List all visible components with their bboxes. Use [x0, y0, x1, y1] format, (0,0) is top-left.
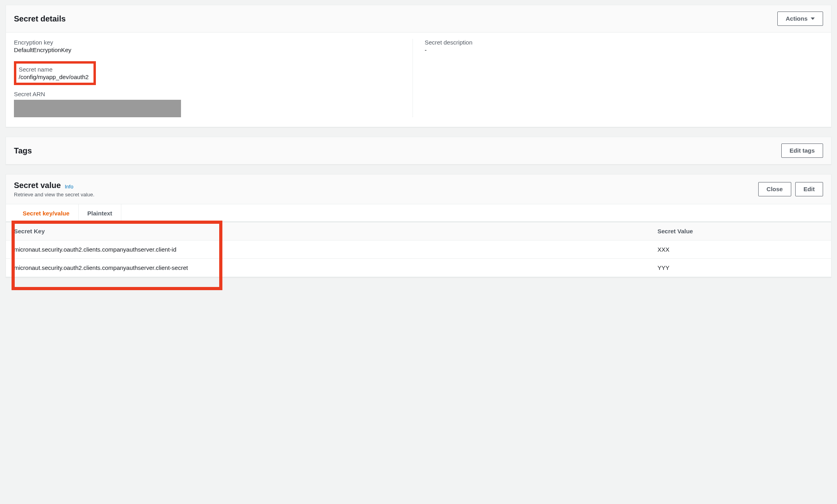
secret-details-header: Secret details Actions — [6, 5, 831, 33]
secret-kv-table-wrap: Secret Key Secret Value micronaut.securi… — [6, 222, 831, 277]
secret-value-tabs: Secret key/value Plaintext — [6, 204, 831, 222]
tab-plaintext[interactable]: Plaintext — [79, 204, 122, 221]
secret-name-value: /config/myapp_dev/oauth2 — [19, 74, 89, 80]
secret-details-title: Secret details — [14, 14, 66, 23]
secret-value-subtitle: Retrieve and view the secret value. — [14, 192, 94, 198]
tags-title: Tags — [14, 146, 32, 155]
secret-kv-table: Secret Key Secret Value micronaut.securi… — [6, 222, 831, 277]
caret-down-icon — [811, 17, 815, 20]
secret-key-cell: micronaut.security.oauth2.clients.compan… — [6, 240, 650, 259]
table-header-key: Secret Key — [6, 222, 650, 240]
encryption-key-label: Encryption key — [14, 39, 405, 46]
secret-value-cell: XXX — [650, 240, 831, 259]
actions-button[interactable]: Actions — [777, 12, 823, 26]
close-button-label: Close — [767, 185, 783, 194]
secret-description-value: - — [425, 47, 816, 53]
actions-button-label: Actions — [786, 14, 808, 23]
secret-arn-label: Secret ARN — [14, 91, 405, 97]
encryption-key-value: DefaultEncryptionKey — [14, 47, 405, 53]
secret-description-label: Secret description — [425, 39, 816, 46]
tags-panel: Tags Edit tags — [6, 137, 831, 165]
tags-header: Tags Edit tags — [6, 137, 831, 164]
secret-value-panel: Secret value Info Retrieve and view the … — [6, 174, 831, 277]
tab-secret-key-value[interactable]: Secret key/value — [14, 204, 79, 221]
edit-button[interactable]: Edit — [795, 182, 823, 196]
secret-name-highlight: Secret name /config/myapp_dev/oauth2 — [14, 61, 96, 85]
details-right-column: Secret description - — [413, 39, 823, 117]
secret-arn-redacted — [14, 100, 181, 117]
secret-value-header: Secret value Info Retrieve and view the … — [6, 174, 831, 204]
secret-name-label: Secret name — [19, 66, 89, 73]
table-row: micronaut.security.oauth2.clients.compan… — [6, 259, 831, 277]
table-header-value: Secret Value — [650, 222, 831, 240]
secret-key-cell: micronaut.security.oauth2.clients.compan… — [6, 259, 650, 277]
info-link[interactable]: Info — [65, 184, 74, 190]
edit-button-label: Edit — [804, 185, 815, 194]
table-row: micronaut.security.oauth2.clients.compan… — [6, 240, 831, 259]
close-button[interactable]: Close — [758, 182, 791, 196]
edit-tags-button[interactable]: Edit tags — [781, 143, 823, 158]
secret-details-body: Encryption key DefaultEncryptionKey Secr… — [6, 33, 831, 127]
edit-tags-label: Edit tags — [790, 146, 815, 155]
secret-value-title: Secret value — [14, 181, 61, 190]
secret-details-panel: Secret details Actions Encryption key De… — [6, 5, 831, 127]
secret-value-cell: YYY — [650, 259, 831, 277]
details-left-column: Encryption key DefaultEncryptionKey Secr… — [14, 39, 413, 117]
